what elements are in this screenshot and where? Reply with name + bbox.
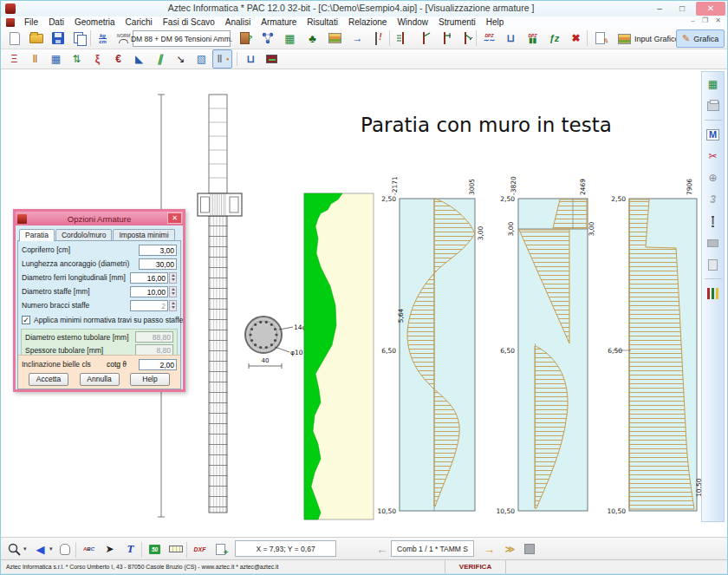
next-combination-button[interactable] xyxy=(479,539,499,559)
ferri-spinner[interactable] xyxy=(169,272,177,284)
dialog-close-button[interactable] xyxy=(167,212,182,224)
view-dropdown[interactable] xyxy=(49,546,53,552)
dialog-titlebar[interactable]: Opzioni Armature xyxy=(16,212,183,225)
tools-button[interactable] xyxy=(704,147,723,166)
section-rebar-button[interactable] xyxy=(4,49,24,69)
anchored-wall-button[interactable] xyxy=(413,29,433,48)
tieback-wall-button[interactable] xyxy=(455,29,475,48)
normativa-combobox[interactable]: DM 88 + DM 96 Tensioni Amm. xyxy=(133,30,231,47)
ancoraggio-label: Lunghezza ancoraggio (diametri) xyxy=(22,259,139,268)
accetta-button[interactable]: Accetta xyxy=(29,373,68,386)
units-button[interactable]: kgcm xyxy=(93,29,113,48)
menu-carichi[interactable]: Carichi xyxy=(120,17,158,27)
zoom-button[interactable] xyxy=(4,539,24,559)
menu-help[interactable]: Help xyxy=(481,17,510,27)
stirrup-detail-button[interactable] xyxy=(241,49,261,69)
export-image-button[interactable] xyxy=(704,255,723,274)
applica-minimi-checkbox[interactable] xyxy=(22,316,30,324)
soil-layers-button[interactable] xyxy=(325,29,345,48)
help-button[interactable]: Help xyxy=(130,373,170,386)
nodes-button[interactable] xyxy=(257,29,277,48)
grid-button[interactable] xyxy=(280,29,300,48)
mdi-window-buttons[interactable] xyxy=(691,16,724,24)
stirrup-shape-button[interactable] xyxy=(88,49,107,69)
animate-button[interactable] xyxy=(500,539,520,559)
braced-wall-button[interactable] xyxy=(434,29,454,48)
menu-dati[interactable]: Dati xyxy=(43,17,69,27)
annulla-button[interactable]: Annulla xyxy=(80,373,120,386)
ruler-button[interactable] xyxy=(166,539,185,559)
menu-window[interactable]: Window xyxy=(392,17,433,27)
dxf-export-button[interactable]: DXF xyxy=(190,539,210,559)
new-file-button[interactable] xyxy=(4,29,24,48)
pointer-mode-button[interactable] xyxy=(171,49,191,69)
table-view-button[interactable] xyxy=(704,75,723,94)
ancoraggio-input[interactable]: 30,00 xyxy=(139,258,177,270)
grafica-button[interactable]: Grafica xyxy=(676,29,725,48)
pan-button[interactable] xyxy=(55,539,75,559)
color-bars-button[interactable] xyxy=(704,284,723,303)
three-d-button[interactable] xyxy=(704,190,723,209)
delete-result-button[interactable] xyxy=(566,29,586,48)
phase-arrow-button[interactable] xyxy=(348,29,367,48)
combination-selector[interactable]: Comb 1 / 1 * TAMM S xyxy=(391,540,474,557)
input-grafico-button[interactable]: Input Grafico xyxy=(613,29,685,48)
tab-cordolo-muro[interactable]: Cordolo/muro xyxy=(55,229,113,240)
save-button[interactable] xyxy=(48,29,68,48)
tab-paratia[interactable]: Paratia xyxy=(19,229,55,241)
globe-button[interactable] xyxy=(704,168,723,187)
mesh-button[interactable] xyxy=(46,49,66,69)
print-button[interactable] xyxy=(704,96,723,115)
menu-fasi-di-scavo[interactable]: Fasi di Scavo xyxy=(158,17,220,27)
previous-view-button[interactable] xyxy=(30,539,50,559)
stirrup-spacing-button[interactable] xyxy=(67,49,87,69)
copy-button[interactable] xyxy=(69,29,89,48)
diametro-staffe-input[interactable]: 10,00 xyxy=(130,286,168,297)
zoom-dropdown[interactable] xyxy=(23,546,27,552)
select-button[interactable] xyxy=(100,539,120,559)
scale-button[interactable]: 50 xyxy=(145,539,165,559)
menu-geometria[interactable]: Geometria xyxy=(69,17,120,27)
menu-relazione[interactable]: Relazione xyxy=(343,17,392,27)
inclinazione-input[interactable]: 2,00 xyxy=(139,359,177,370)
beam-section-button[interactable] xyxy=(704,212,723,231)
section-view-button[interactable] xyxy=(129,49,149,69)
menu-analisi[interactable]: Analisi xyxy=(220,17,256,27)
bracci-spinner[interactable] xyxy=(169,300,177,311)
panel-button[interactable] xyxy=(704,233,723,252)
wall-type-button[interactable] xyxy=(393,29,413,48)
stirrup-button[interactable] xyxy=(501,29,521,48)
text-button[interactable]: T xyxy=(120,539,140,559)
copriferro-input[interactable]: 3,00 xyxy=(139,245,177,256)
pile-section-button[interactable] xyxy=(212,49,232,69)
stop-button[interactable] xyxy=(519,539,539,559)
menu-armature[interactable]: Armature xyxy=(256,17,302,27)
vegetation-button[interactable] xyxy=(302,29,322,48)
menu-strumenti[interactable]: Strumenti xyxy=(433,17,481,27)
drawing-view-button[interactable] xyxy=(192,49,211,69)
edge-section-button[interactable] xyxy=(108,49,128,69)
spell-button[interactable]: ABC xyxy=(79,539,99,559)
menu-file[interactable]: File xyxy=(19,17,43,27)
open-file-button[interactable] xyxy=(26,29,46,48)
minimize-button[interactable] xyxy=(649,2,670,16)
app-icon xyxy=(5,3,16,14)
menu-risultati[interactable]: Risultati xyxy=(302,17,343,27)
load-section-button[interactable] xyxy=(368,29,388,48)
dpz-diagram-button[interactable]: DPZ∼∼ xyxy=(479,29,499,48)
maximize-button[interactable] xyxy=(672,2,692,16)
tab-imposta-minimi[interactable]: Imposta minimi xyxy=(113,229,174,240)
bars-pair-button[interactable] xyxy=(25,49,45,69)
add-doc-button[interactable] xyxy=(211,539,231,559)
prev-combination-button[interactable] xyxy=(372,539,392,559)
formula-button[interactable] xyxy=(544,29,564,48)
ferri-longitudinali-input[interactable]: 16,00 xyxy=(130,272,168,284)
report-button[interactable] xyxy=(704,125,723,144)
shear-diagram-button[interactable] xyxy=(150,49,170,69)
exit-door-button[interactable] xyxy=(235,29,255,48)
export-doc-button[interactable] xyxy=(590,29,610,48)
close-button[interactable] xyxy=(696,2,725,16)
staffe-spinner[interactable] xyxy=(169,286,177,297)
dpz-verify-button[interactable]: DPZ▮▮ xyxy=(523,29,543,48)
monitor-button[interactable] xyxy=(262,49,282,69)
